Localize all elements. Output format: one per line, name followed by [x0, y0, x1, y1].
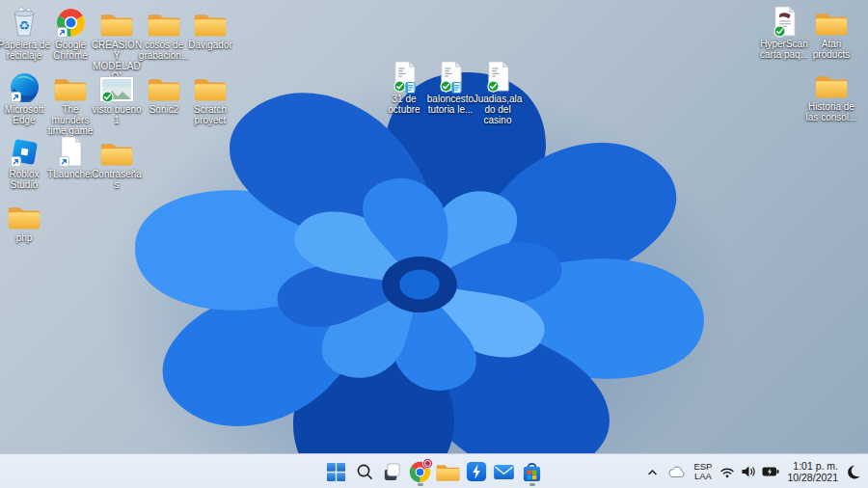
- scan-document-icon: [772, 4, 798, 37]
- desktop-icon-microsoft-edge[interactable]: Microsoft Edge: [0, 69, 50, 125]
- desktop-icon-label: Historia de las consol...: [805, 101, 857, 122]
- desktop-icon-sonic2[interactable]: Sonic2: [138, 69, 190, 115]
- desktop-icon-atari-products[interactable]: Atari products: [805, 4, 857, 60]
- folder-icon: [54, 69, 87, 102]
- desktop-icon-visto-bueno[interactable]: visto bueno 1: [91, 69, 143, 125]
- desktop-icon-label: HyperScan carta paq...: [758, 39, 810, 60]
- battery-charging-icon: [762, 466, 779, 477]
- shortcut-arrow-icon: [57, 27, 68, 38]
- file-explorer-icon: [436, 461, 460, 482]
- desktop-icon-label: Microsoft Edge: [0, 104, 50, 125]
- edge-icon: [10, 69, 40, 102]
- desktop-icon-label: Google Chrome: [44, 40, 96, 61]
- desktop-icon-label: Papelera de reciclaje: [0, 40, 50, 61]
- folder-icon: [194, 69, 227, 102]
- shortcut-arrow-icon: [59, 156, 69, 167]
- desktop-icon-scratch-proyect[interactable]: Scratch proyect: [184, 69, 236, 125]
- folder-icon: [194, 5, 227, 38]
- desktop-icon-label: Atari products: [805, 39, 857, 60]
- task-view-button[interactable]: [380, 457, 405, 486]
- file-explorer-button[interactable]: [436, 457, 461, 486]
- onedrive-button[interactable]: [664, 457, 690, 486]
- folder-icon: [815, 4, 848, 37]
- onedrive-cloud-icon: [667, 466, 686, 478]
- running-indicator: [529, 483, 535, 486]
- chevron-up-icon: [645, 465, 660, 479]
- text-document-icon: [438, 59, 464, 92]
- search-icon: [355, 462, 374, 481]
- quick-settings-button[interactable]: [716, 457, 783, 486]
- tray-time: 1:01 p. m.: [793, 460, 838, 472]
- microsoft-store-icon: [522, 461, 542, 483]
- shortcut-arrow-icon: [11, 92, 21, 102]
- clock-button[interactable]: 1:01 p. m. 10/28/2021: [783, 457, 842, 486]
- notification-center-button[interactable]: [842, 457, 865, 486]
- lightning-app-button[interactable]: [464, 457, 489, 486]
- desktop-icon-contrasenas[interactable]: Contraseñas: [91, 134, 143, 190]
- desktop-icon-label: cosos de grabacion...: [138, 40, 190, 61]
- mail-button[interactable]: [492, 457, 517, 486]
- desktop-icon-label: TLauncher: [47, 169, 94, 179]
- desktop-icon-cosos-de-grabacion[interactable]: cosos de grabacion...: [138, 5, 190, 61]
- system-tray: ESP LAA 1:01 p. m.: [641, 454, 865, 488]
- shortcut-arrow-icon: [11, 156, 21, 167]
- text-document-icon: [392, 59, 418, 92]
- language-line2: LAA: [694, 471, 712, 481]
- recycle-bin-icon: [10, 5, 39, 38]
- windows-logo-icon: [326, 462, 346, 482]
- desktop-icon-davigador[interactable]: Davigador: [184, 5, 236, 50]
- task-view-icon: [382, 462, 402, 482]
- sync-check-icon: [101, 91, 114, 103]
- document-icon: [485, 59, 511, 92]
- desktop-icon-baloncesto-tutoria[interactable]: baloncesto tutoria le...: [424, 59, 476, 115]
- desktop-icon-label: visto bueno 1: [91, 104, 143, 125]
- folder-icon: [8, 198, 41, 230]
- desktop-icon-label: Davigador: [188, 40, 232, 50]
- desktop-icon-label: Roblox Studio: [0, 169, 50, 190]
- desktop-icon-label: baloncesto tutoria le...: [424, 94, 476, 115]
- taskbar: ESP LAA 1:01 p. m.: [0, 453, 868, 488]
- desktop-icon-google-chrome[interactable]: Google Chrome: [44, 5, 96, 61]
- mail-icon: [493, 464, 515, 480]
- desktop-icon-hyperscan-carta[interactable]: HyperScan carta paq...: [758, 4, 810, 60]
- wifi-icon: [719, 466, 735, 478]
- chrome-icon: [56, 5, 86, 38]
- desktop-icon-label: Juadias,alado del casino: [471, 94, 525, 125]
- folder-icon: [148, 5, 180, 38]
- desktop-icon-label: 31 de octubre: [378, 94, 430, 115]
- volume-icon: [741, 465, 756, 478]
- desktop-background[interactable]: Papelera de reciclaje Google Chrome CREA…: [0, 0, 868, 488]
- desktop-icon-php[interactable]: php: [0, 198, 50, 243]
- desktop-icon-juadias-alado-del-casino[interactable]: Juadias,alado del casino: [472, 59, 524, 125]
- taskbar-chrome-button[interactable]: [408, 457, 433, 486]
- desktop-icon-tlauncher[interactable]: TLauncher: [44, 134, 96, 179]
- desktop-icon-recycle-bin[interactable]: Papelera de reciclaje: [0, 5, 50, 61]
- desktop-icon-31-de-octubre[interactable]: 31 de octubre: [378, 59, 430, 115]
- notepad-badge-icon: [451, 81, 462, 94]
- image-thumbnail-icon: [99, 69, 134, 102]
- desktop-icon-label: The munders time game: [44, 104, 96, 136]
- search-button[interactable]: [352, 457, 377, 486]
- desktop-icon-the-munders-time-game[interactable]: The munders time game: [44, 69, 96, 136]
- desktop-icon-label: Contraseñas: [90, 169, 144, 190]
- desktop-icon-historia-de-las-consolas[interactable]: Historia de las consol...: [805, 67, 857, 122]
- folder-icon: [815, 67, 848, 99]
- desktop-icon-roblox-studio[interactable]: Roblox Studio: [0, 134, 50, 190]
- focus-assist-moon-icon: [846, 464, 861, 479]
- chrome-notification-badge: [422, 458, 433, 469]
- folder-icon: [100, 134, 133, 167]
- microsoft-store-button[interactable]: [520, 457, 545, 486]
- folder-icon: [148, 69, 180, 102]
- sync-check-icon: [773, 25, 786, 38]
- desktop-icon-label: php: [16, 232, 33, 243]
- start-button[interactable]: [324, 457, 349, 486]
- sync-check-icon: [487, 80, 500, 93]
- roblox-studio-icon: [10, 134, 40, 167]
- running-indicator: [418, 483, 423, 486]
- desktop-icon-label: Sonic2: [149, 104, 179, 115]
- folder-icon: [100, 5, 133, 38]
- hidden-icons-button[interactable]: [641, 457, 664, 486]
- tray-date: 10/28/2021: [787, 472, 838, 483]
- language-indicator[interactable]: ESP LAA: [690, 457, 716, 486]
- file-icon: [58, 134, 84, 167]
